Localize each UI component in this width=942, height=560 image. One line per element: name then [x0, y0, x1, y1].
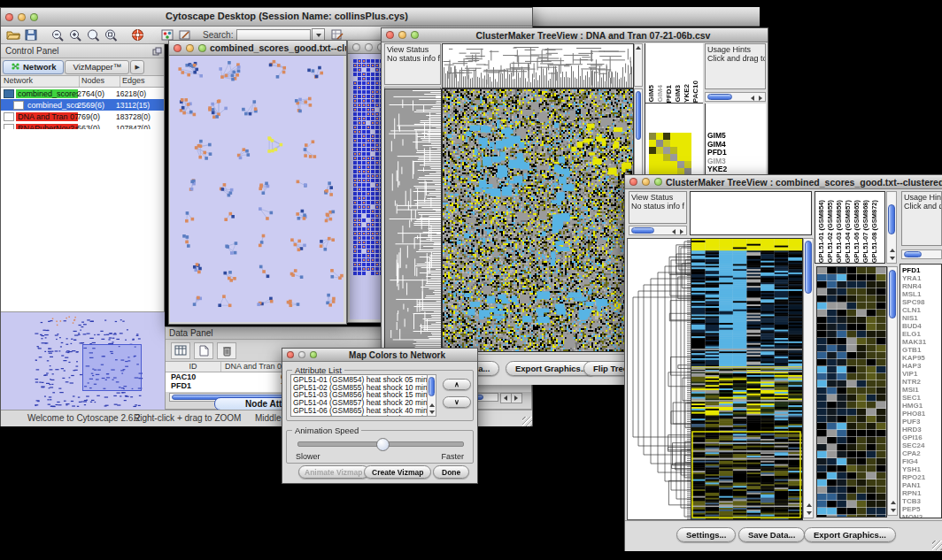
tv2-zoom-heatmap[interactable]	[816, 266, 887, 518]
gene-label: PUF3	[902, 418, 941, 426]
tv1-heatmap[interactable]	[442, 88, 634, 352]
zoom-button[interactable]	[30, 13, 38, 21]
slider-thumb[interactable]	[376, 438, 390, 451]
minimize-button[interactable]	[642, 178, 650, 186]
gene-label: HRD3	[902, 426, 941, 433]
close-button[interactable]	[287, 351, 294, 358]
heatmap-cell	[656, 147, 663, 154]
tv2-heatmap-vscrollbar[interactable]	[803, 238, 814, 518]
tab-network[interactable]: Network	[3, 60, 64, 74]
heatmap-cell	[684, 161, 691, 168]
tv2-labels-vscrollbar[interactable]	[886, 191, 897, 264]
heatmap-cell	[656, 133, 663, 140]
tv2-zoom-vscrollbar[interactable]	[887, 266, 898, 516]
attribute-list-vscrollbar[interactable]	[427, 374, 436, 417]
save-icon[interactable]	[22, 27, 40, 42]
heatmap-cell	[656, 140, 663, 147]
tv1-row-dendrogram[interactable]	[384, 88, 442, 352]
data-scroll-right-button[interactable]	[511, 393, 522, 403]
attribute-table-icon[interactable]	[171, 342, 190, 359]
close-button[interactable]	[629, 178, 637, 186]
minimize-button[interactable]	[186, 44, 194, 52]
move-attribute-down-button[interactable]: ∨	[443, 396, 471, 408]
network-canvas[interactable]	[170, 56, 344, 322]
tv1-column-dendrogram[interactable]	[442, 43, 634, 88]
network-row[interactable]: DNA and Tran 07769(0)183728(0)	[1, 111, 164, 122]
animate-vizmap-button[interactable]: Animate Vizmap	[298, 465, 369, 479]
tab-overflow-button[interactable]: ▶	[130, 60, 144, 74]
attribute-list-item[interactable]: GPL51-02 (GSM855) heat shock 10 min	[293, 384, 434, 392]
zoom-selected-icon[interactable]	[84, 27, 102, 42]
close-button[interactable]	[174, 44, 181, 52]
network-row[interactable]: combined_sco2569(6)13112(15)	[1, 99, 164, 111]
column-label: GPL51-04 (GSM857)	[844, 200, 852, 263]
attribute-list-item[interactable]: GPL51-04 (GSM857) heat shock 20 min	[293, 399, 434, 407]
tv1-mini-heatmap[interactable]	[649, 133, 691, 175]
heatmap-cell	[649, 154, 656, 161]
attribute-list-item[interactable]: GPL51-01 (GSM854) heat shock 05 min	[293, 376, 434, 384]
minimize-button[interactable]	[298, 351, 305, 358]
heatmap-cell	[684, 133, 691, 140]
zoom-button[interactable]	[654, 178, 662, 186]
save-data-button[interactable]: Save Data...	[738, 527, 805, 542]
tv2-usage-hscrollbar[interactable]	[901, 249, 942, 259]
animation-speed-group: Animation Speed Slower Faster	[286, 430, 474, 464]
move-attribute-up-button[interactable]: ∧	[443, 379, 471, 390]
zoom-actual-icon[interactable]	[102, 27, 120, 42]
attribute-list-item[interactable]: GPL51-03 (GSM856) heat shock 15 min	[293, 391, 434, 399]
create-vizmap-button[interactable]: Create Vizmap	[364, 465, 431, 479]
attribute-list-item[interactable]: GPL51-06 (GSM865) heat shock 40 min	[293, 407, 434, 415]
tv2-column-labels: GPL51-01 (GSM854)GPL51-02 (GSM855)GPL51-…	[815, 191, 885, 264]
tv2-gene-list[interactable]: PFD1YRA1RNR4MSL1SPC98CLN1NIS1BUD4ELG1MAK…	[900, 264, 942, 518]
network-overview-thumbnail[interactable]	[1, 311, 165, 410]
tv2-status-hscrollbar[interactable]	[629, 226, 687, 235]
tv2-heatmap[interactable]	[691, 238, 803, 520]
tv2-row-dendrogram[interactable]	[627, 238, 691, 520]
open-folder-icon[interactable]	[4, 27, 22, 42]
control-panel: Control Panel Network VizMapper™ ▶ Netwo…	[1, 44, 165, 410]
new-page-icon[interactable]	[194, 342, 213, 359]
zoom-button[interactable]	[411, 31, 419, 39]
zoom-button[interactable]	[310, 351, 317, 358]
minimize-button[interactable]	[398, 31, 406, 39]
heatmap-cell	[656, 154, 663, 161]
help-lifering-icon[interactable]	[128, 27, 146, 42]
trash-icon[interactable]	[217, 342, 236, 359]
tab-vizmapper[interactable]: VizMapper™	[65, 60, 129, 74]
network-name: combined_scores	[16, 89, 78, 98]
minimize-button[interactable]	[18, 13, 26, 21]
close-button[interactable]	[5, 13, 13, 21]
zoom-button[interactable]	[198, 44, 206, 52]
edges-count: 16218(0)	[116, 89, 146, 98]
attribute-listbox[interactable]: GPL51-01 (GSM854) heat shock 05 minGPL51…	[290, 374, 436, 417]
network-row[interactable]: combined_scores2764(0)16218(0)	[1, 88, 164, 99]
done-button[interactable]: Done	[433, 465, 469, 479]
gene-label: YRA1	[902, 274, 941, 282]
gene-label: BUD4	[902, 322, 941, 330]
close-button[interactable]	[386, 31, 394, 39]
heatmap-cell	[670, 140, 677, 147]
zoom-out-icon[interactable]	[49, 27, 66, 42]
heatmap-cell	[663, 161, 670, 168]
column-label: GIM4	[656, 85, 664, 103]
resize-grip[interactable]	[932, 541, 942, 550]
tv1-usage-hscrollbar[interactable]	[705, 92, 766, 102]
heatmap-cell	[684, 147, 691, 154]
attribute-list-item[interactable]: GPL51-07 (GSM868) heat shock 60 min	[293, 415, 434, 417]
float-panel-icon[interactable]	[150, 43, 164, 58]
close-button[interactable]	[352, 43, 360, 51]
heatmap-cell	[677, 154, 684, 161]
minimize-button[interactable]	[365, 43, 373, 51]
gene-label: FIG4	[902, 457, 941, 465]
heatmap-cell	[670, 154, 677, 161]
export-graphics-button[interactable]: Export Graphics...	[804, 527, 896, 542]
gene-label: RNR4	[902, 282, 941, 290]
zoom-in-icon[interactable]	[66, 27, 84, 42]
gene-label: NTR2	[902, 378, 941, 386]
settings-button[interactable]: Settings...	[676, 527, 736, 542]
resize-grip[interactable]	[522, 417, 532, 426]
slider-slower-label: Slower	[296, 452, 320, 461]
animation-speed-slider[interactable]	[297, 441, 464, 447]
network-view-title: combined_scores_good.txt--cluste...	[206, 42, 346, 53]
column-label: GIM3	[674, 85, 682, 103]
